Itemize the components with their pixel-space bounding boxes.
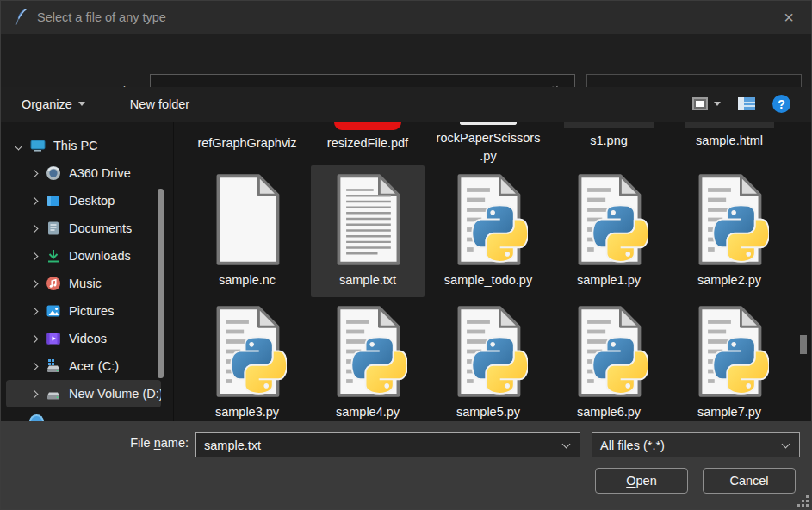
organize-caret-icon: [78, 102, 85, 106]
new-folder-button[interactable]: New folder: [130, 97, 189, 111]
files-grid: refGraphGraphviz resizedFile.pdf rockPap…: [174, 122, 811, 421]
desktop-icon: [46, 193, 61, 208]
sidebar-item-this-pc[interactable]: This PC: [6, 132, 161, 159]
file-item[interactable]: refGraphGraphviz: [190, 122, 304, 165]
cancel-button[interactable]: Cancel: [703, 468, 796, 494]
view-mode-icon: [692, 97, 708, 110]
python-file-icon: [208, 302, 287, 401]
downloads-icon: [46, 248, 61, 264]
command-bar: Organize New folder ?: [1, 87, 811, 121]
title-bar: Select a file of any type ×: [1, 1, 811, 34]
blank-file-icon: [208, 171, 287, 269]
file-item[interactable]: sample4.py: [311, 297, 425, 421]
documents-icon: [46, 221, 61, 236]
view-mode-button[interactable]: [692, 97, 721, 110]
tree-collapsed-chevron-icon[interactable]: [29, 307, 38, 315]
sidebar-scrollbar[interactable]: [158, 189, 164, 378]
organize-label: Organize: [22, 97, 72, 111]
sidebar-item-videos[interactable]: Videos: [6, 325, 161, 352]
window-title: Select a file of any type: [37, 10, 778, 24]
sidebar-item-music[interactable]: Music: [6, 270, 161, 297]
os-drive-icon: [46, 358, 61, 374]
view-mode-caret-icon: [714, 102, 721, 106]
close-button[interactable]: ×: [778, 9, 799, 26]
file-type-select[interactable]: All files (*.*): [592, 432, 800, 457]
a360-drive-icon: [46, 165, 61, 181]
tree-collapsed-chevron-icon[interactable]: [29, 224, 38, 233]
file-item[interactable]: s1.png: [552, 122, 666, 165]
main-area: This PC A360 Drive Desktop: [1, 122, 811, 421]
file-row-partial: refGraphGraphviz resizedFile.pdf rockPap…: [174, 122, 811, 165]
file-item[interactable]: sample2.py: [673, 165, 786, 297]
file-open-dialog: Select a file of any type × ← → ↑ « New …: [0, 0, 812, 510]
tree-expand-chevron-icon[interactable]: [14, 141, 22, 150]
sidebar-item-a360-drive[interactable]: A360 Drive: [6, 159, 161, 187]
file-item[interactable]: rockPaperScissors .py: [431, 122, 545, 165]
tree-collapsed-chevron-icon[interactable]: [29, 279, 38, 288]
file-item[interactable]: sample7.py: [673, 297, 786, 421]
sidebar-item-downloads[interactable]: Downloads: [6, 242, 161, 270]
tree-collapsed-chevron-icon[interactable]: [29, 169, 38, 177]
file-item[interactable]: sample5.py: [431, 297, 545, 421]
filename-dropdown-chevron-icon[interactable]: [562, 439, 571, 448]
sidebar-item-acer-c[interactable]: Acer (C:): [6, 352, 161, 380]
navigation-pane: This PC A360 Drive Desktop: [1, 122, 174, 421]
file-item[interactable]: sample.html: [673, 122, 786, 165]
file-row: sample.nc sample.txt sample_todo.py samp…: [174, 165, 811, 297]
image-icon-partial: [564, 122, 654, 128]
python-file-icon: [690, 171, 769, 269]
pdf-icon-partial: [334, 122, 401, 130]
help-button[interactable]: ?: [772, 95, 790, 113]
videos-icon: [46, 331, 61, 346]
filetype-dropdown-chevron-icon: [782, 439, 790, 448]
this-pc-icon: [30, 138, 46, 153]
tree-collapsed-chevron-icon[interactable]: [29, 252, 38, 260]
file-item-selected[interactable]: sample.txt: [311, 165, 425, 297]
tree-collapsed-chevron-icon[interactable]: [29, 389, 38, 398]
data-drive-icon: [46, 386, 61, 401]
file-item[interactable]: sample.nc: [190, 165, 304, 297]
sidebar-item-new-volume-d[interactable]: New Volume (D:): [6, 380, 161, 407]
preview-pane-button[interactable]: [738, 97, 755, 110]
feather-icon: [13, 8, 28, 27]
python-file-icon: [690, 302, 769, 401]
image-icon-partial: [685, 122, 774, 128]
new-folder-label: New folder: [130, 97, 189, 111]
file-item[interactable]: sample6.py: [552, 297, 666, 421]
dialog-footer: File name: All files (*.*) Open Cancel: [1, 421, 811, 509]
python-file-icon: [569, 302, 648, 401]
python-icon-partial: [460, 122, 517, 125]
tree-collapsed-chevron-icon[interactable]: [29, 334, 38, 343]
resize-grip[interactable]: [797, 494, 809, 507]
pictures-icon: [46, 303, 61, 319]
open-button[interactable]: Open: [595, 468, 688, 494]
sidebar-item-pictures[interactable]: Pictures: [6, 297, 161, 325]
file-row: sample3.py sample4.py sample5.py sample6…: [174, 297, 811, 421]
file-type-value: All files (*.*): [592, 438, 783, 452]
python-file-icon: [449, 171, 528, 269]
sidebar-item-desktop[interactable]: Desktop: [6, 187, 161, 215]
tree-collapsed-chevron-icon[interactable]: [29, 196, 38, 205]
file-item[interactable]: sample1.py: [552, 165, 666, 297]
file-name-input[interactable]: [196, 438, 563, 452]
python-file-icon: [569, 171, 648, 269]
sidebar-item-documents[interactable]: Documents: [6, 215, 161, 242]
python-file-icon: [449, 302, 528, 401]
preview-pane-icon: [738, 97, 755, 110]
file-item[interactable]: resizedFile.pdf: [311, 122, 425, 165]
python-file-icon: [328, 302, 407, 401]
file-name-combobox[interactable]: [195, 432, 580, 457]
files-scrollbar[interactable]: [800, 335, 807, 354]
navigation-bar: ← → ↑ « New Volume (D:) › Python_program…: [1, 34, 811, 87]
file-item[interactable]: sample3.py: [190, 297, 304, 421]
music-icon: [46, 276, 61, 291]
file-item[interactable]: sample_todo.py: [431, 165, 545, 297]
tree-collapsed-chevron-icon[interactable]: [29, 362, 38, 370]
organize-button[interactable]: Organize: [22, 97, 85, 111]
file-name-label: File name:: [1, 436, 189, 450]
text-file-icon: [328, 171, 407, 269]
network-icon-partial[interactable]: [29, 414, 44, 421]
help-icon: ?: [772, 95, 790, 113]
